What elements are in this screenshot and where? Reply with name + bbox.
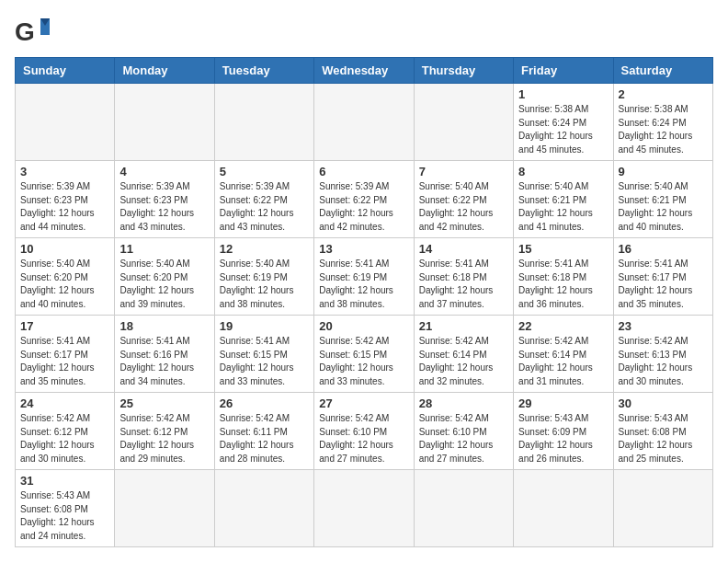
day-number: 11 [119,242,209,256]
day-header-monday: Monday [115,58,214,84]
calendar-cell [414,84,513,161]
svg-rect-3 [40,28,50,35]
day-number: 12 [220,242,309,256]
day-header-thursday: Thursday [414,58,513,84]
day-info: Sunrise: 5:41 AM Sunset: 6:17 PM Dayligh… [20,335,109,388]
day-number: 30 [619,396,708,410]
day-number: 27 [319,396,408,410]
day-info: Sunrise: 5:41 AM Sunset: 6:18 PM Dayligh… [518,258,608,311]
day-info: Sunrise: 5:41 AM Sunset: 6:19 PM Dayligh… [319,258,408,311]
day-number: 6 [319,165,408,178]
day-number: 26 [220,396,309,410]
calendar-cell: 26Sunrise: 5:42 AM Sunset: 6:11 PM Dayli… [214,393,313,470]
day-header-tuesday: Tuesday [214,58,313,84]
day-info: Sunrise: 5:38 AM Sunset: 6:24 PM Dayligh… [619,103,708,156]
day-info: Sunrise: 5:40 AM Sunset: 6:22 PM Dayligh… [419,180,508,234]
calendar-cell [314,84,414,161]
day-info: Sunrise: 5:42 AM Sunset: 6:10 PM Dayligh… [319,412,408,465]
day-header-saturday: Saturday [613,58,712,84]
day-number: 31 [20,474,109,488]
calendar-cell: 27Sunrise: 5:42 AM Sunset: 6:10 PM Dayli… [314,393,414,470]
svg-text:G: G [15,17,35,46]
day-info: Sunrise: 5:42 AM Sunset: 6:12 PM Dayligh… [119,412,209,465]
day-info: Sunrise: 5:42 AM Sunset: 6:14 PM Dayligh… [419,335,508,388]
calendar-cell: 31Sunrise: 5:43 AM Sunset: 6:08 PM Dayli… [16,470,115,547]
calendar-cell: 14Sunrise: 5:41 AM Sunset: 6:18 PM Dayli… [414,238,513,316]
day-info: Sunrise: 5:42 AM Sunset: 6:12 PM Dayligh… [20,412,109,465]
day-number: 28 [419,396,508,410]
calendar-cell [115,470,214,547]
day-number: 21 [419,319,508,333]
day-info: Sunrise: 5:43 AM Sunset: 6:08 PM Dayligh… [619,412,708,465]
calendar-week-row: 1Sunrise: 5:38 AM Sunset: 6:24 PM Daylig… [16,84,713,161]
calendar-cell: 8Sunrise: 5:40 AM Sunset: 6:21 PM Daylig… [514,161,613,238]
day-number: 17 [20,319,109,333]
calendar-header-row: SundayMondayTuesdayWednesdayThursdayFrid… [16,58,713,84]
day-info: Sunrise: 5:39 AM Sunset: 6:22 PM Dayligh… [220,180,309,234]
calendar-cell: 18Sunrise: 5:41 AM Sunset: 6:16 PM Dayli… [115,316,214,393]
day-number: 16 [619,242,708,256]
calendar-cell [16,84,115,161]
day-header-friday: Friday [514,58,613,84]
calendar-cell [214,84,313,161]
day-info: Sunrise: 5:42 AM Sunset: 6:13 PM Dayligh… [619,335,708,388]
day-number: 2 [619,87,708,101]
calendar-cell: 19Sunrise: 5:41 AM Sunset: 6:15 PM Dayli… [214,316,313,393]
day-info: Sunrise: 5:40 AM Sunset: 6:21 PM Dayligh… [518,180,608,234]
calendar-cell: 28Sunrise: 5:42 AM Sunset: 6:10 PM Dayli… [414,393,513,470]
day-number: 3 [20,165,109,178]
day-info: Sunrise: 5:42 AM Sunset: 6:15 PM Dayligh… [319,335,408,388]
calendar-cell [314,470,414,547]
page-header: G [15,15,713,48]
calendar-cell: 9Sunrise: 5:40 AM Sunset: 6:21 PM Daylig… [613,161,712,238]
calendar-cell: 15Sunrise: 5:41 AM Sunset: 6:18 PM Dayli… [514,238,613,316]
day-info: Sunrise: 5:41 AM Sunset: 6:16 PM Dayligh… [119,335,209,388]
calendar-cell: 22Sunrise: 5:42 AM Sunset: 6:14 PM Dayli… [514,316,613,393]
calendar-cell: 2Sunrise: 5:38 AM Sunset: 6:24 PM Daylig… [613,84,712,161]
calendar-cell: 11Sunrise: 5:40 AM Sunset: 6:20 PM Dayli… [115,238,214,316]
logo-icon: G [15,15,51,48]
day-info: Sunrise: 5:42 AM Sunset: 6:14 PM Dayligh… [518,335,608,388]
calendar-week-row: 3Sunrise: 5:39 AM Sunset: 6:23 PM Daylig… [16,161,713,238]
day-info: Sunrise: 5:43 AM Sunset: 6:09 PM Dayligh… [518,412,608,465]
calendar-cell: 4Sunrise: 5:39 AM Sunset: 6:23 PM Daylig… [115,161,214,238]
calendar-week-row: 17Sunrise: 5:41 AM Sunset: 6:17 PM Dayli… [16,316,713,393]
day-number: 19 [220,319,309,333]
day-number: 24 [20,396,109,410]
day-number: 14 [419,242,508,256]
calendar-cell: 16Sunrise: 5:41 AM Sunset: 6:17 PM Dayli… [613,238,712,316]
day-number: 22 [518,319,608,333]
calendar-cell [514,470,613,547]
calendar-cell: 17Sunrise: 5:41 AM Sunset: 6:17 PM Dayli… [16,316,115,393]
calendar-cell: 30Sunrise: 5:43 AM Sunset: 6:08 PM Dayli… [613,393,712,470]
day-info: Sunrise: 5:41 AM Sunset: 6:18 PM Dayligh… [419,258,508,311]
day-number: 13 [319,242,408,256]
day-info: Sunrise: 5:39 AM Sunset: 6:23 PM Dayligh… [20,180,109,234]
day-number: 9 [619,165,708,178]
calendar-table: SundayMondayTuesdayWednesdayThursdayFrid… [15,57,713,547]
calendar-cell [414,470,513,547]
calendar-cell: 7Sunrise: 5:40 AM Sunset: 6:22 PM Daylig… [414,161,513,238]
day-number: 4 [119,165,209,178]
calendar-cell [115,84,214,161]
day-number: 29 [518,396,608,410]
day-number: 15 [518,242,608,256]
day-info: Sunrise: 5:41 AM Sunset: 6:17 PM Dayligh… [619,258,708,311]
day-number: 7 [419,165,508,178]
day-number: 5 [220,165,309,178]
day-info: Sunrise: 5:42 AM Sunset: 6:10 PM Dayligh… [419,412,508,465]
day-info: Sunrise: 5:43 AM Sunset: 6:08 PM Dayligh… [20,489,109,543]
calendar-cell: 29Sunrise: 5:43 AM Sunset: 6:09 PM Dayli… [514,393,613,470]
day-info: Sunrise: 5:42 AM Sunset: 6:11 PM Dayligh… [220,412,309,465]
day-info: Sunrise: 5:40 AM Sunset: 6:20 PM Dayligh… [119,258,209,311]
calendar-cell: 25Sunrise: 5:42 AM Sunset: 6:12 PM Dayli… [115,393,214,470]
day-number: 18 [119,319,209,333]
day-number: 10 [20,242,109,256]
day-number: 1 [518,87,608,101]
calendar-cell: 24Sunrise: 5:42 AM Sunset: 6:12 PM Dayli… [16,393,115,470]
logo: G [15,15,57,48]
calendar-cell: 3Sunrise: 5:39 AM Sunset: 6:23 PM Daylig… [16,161,115,238]
day-number: 20 [319,319,408,333]
day-number: 23 [619,319,708,333]
day-info: Sunrise: 5:40 AM Sunset: 6:21 PM Dayligh… [619,180,708,234]
